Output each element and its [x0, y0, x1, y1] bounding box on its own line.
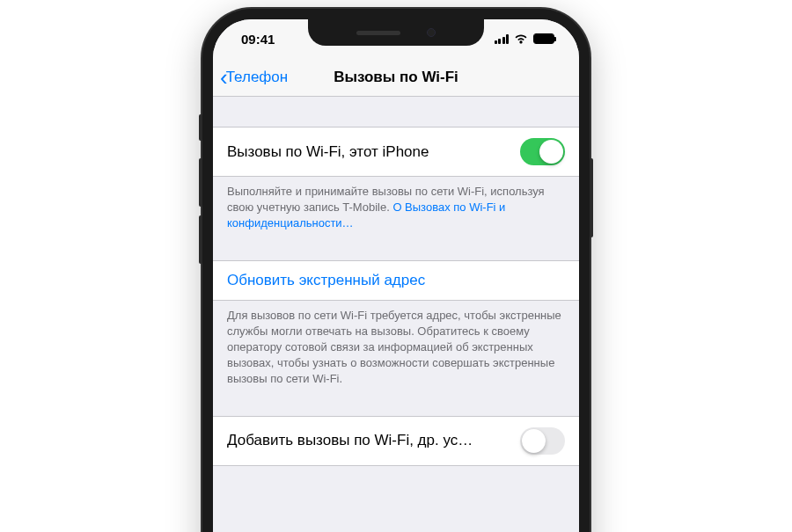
wifi-calling-this-iphone-label: Вызовы по Wi-Fi, этот iPhone — [227, 143, 511, 161]
wifi-calling-this-iphone-toggle[interactable] — [520, 138, 565, 165]
back-button-label: Телефон — [226, 69, 289, 86]
add-wifi-calling-other-devices-toggle[interactable] — [520, 427, 565, 455]
volume-up-button — [199, 158, 202, 207]
speaker-grille — [356, 31, 400, 35]
page-title: Вызовы по Wi-Fi — [334, 69, 458, 86]
emergency-footer: Для вызовов по сети Wi-Fi требуется адре… — [213, 301, 579, 397]
volume-down-button — [199, 215, 202, 264]
phone-notch — [308, 19, 484, 46]
status-indicators — [495, 33, 555, 44]
update-emergency-address-label: Обновить экстренный адрес — [227, 272, 425, 289]
update-emergency-address-button[interactable]: Обновить экстренный адрес — [213, 260, 579, 301]
settings-content: Вызовы по Wi-Fi, этот iPhone Выполняйте … — [213, 97, 579, 466]
add-wifi-calling-other-devices-label: Добавить вызовы по Wi-Fi, др. ус… — [227, 432, 511, 449]
add-wifi-calling-other-devices-row[interactable]: Добавить вызовы по Wi-Fi, др. ус… — [213, 416, 579, 466]
front-camera — [427, 28, 436, 37]
battery-icon — [533, 33, 554, 44]
wifi-calling-this-iphone-row[interactable]: Вызовы по Wi-Fi, этот iPhone — [213, 127, 579, 177]
wifi-calling-footer: Выполняйте и принимайте вызовы по сети W… — [213, 177, 579, 241]
emergency-footer-text: Для вызовов по сети Wi-Fi требуется адре… — [227, 309, 561, 386]
power-button — [590, 158, 593, 237]
status-time: 09:41 — [241, 32, 275, 47]
cellular-signal-icon — [495, 34, 510, 44]
phone-screen: 09:41 ‹ Телефон Вызовы по Wi-Fi — [213, 19, 579, 532]
wifi-icon — [514, 33, 528, 44]
back-button[interactable]: ‹ Телефон — [213, 66, 288, 89]
navigation-bar: ‹ Телефон Вызовы по Wi-Fi — [213, 58, 579, 97]
phone-device-frame: 09:41 ‹ Телефон Вызовы по Wi-Fi — [202, 9, 590, 532]
mute-switch — [199, 114, 202, 141]
